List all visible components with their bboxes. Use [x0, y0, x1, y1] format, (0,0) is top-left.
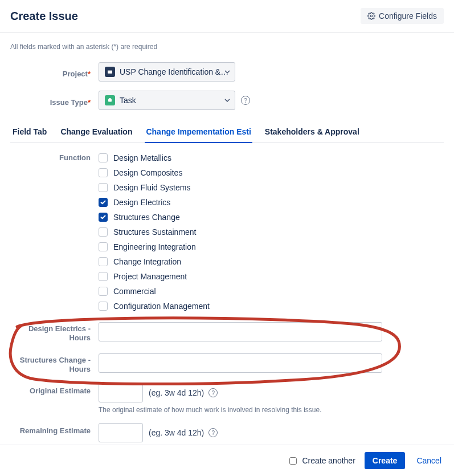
project-icon [105, 67, 115, 77]
checkbox-row: Commercial [99, 286, 444, 297]
function-checkbox-label: Structures Change [113, 213, 180, 222]
create-issue-dialog: Create Issue Configure Fields All fields… [0, 0, 454, 476]
svg-rect-4 [109, 98, 111, 99]
field-row-remaining-estimate: Remaining Estimate (eg. 3w 4d 12h) ? An … [10, 423, 444, 445]
project-value: USP Change Identification & ... [120, 67, 229, 76]
field-row-issue-type: Issue Type* Task ? [10, 91, 444, 110]
tab-stakeholders-approval[interactable]: Stakeholders & Approval [264, 123, 361, 143]
tab-field-tab[interactable]: Field Tab [11, 123, 48, 143]
function-options: Design MetallicsDesign CompositesDesign … [99, 152, 444, 312]
function-checkbox[interactable] [99, 183, 108, 192]
help-icon[interactable]: ? [241, 96, 250, 105]
function-checkbox[interactable] [99, 213, 108, 222]
function-checkbox-label: Change Integration [113, 257, 181, 266]
field-row-original-estimate: Original Estimate (eg. 3w 4d 12h) ? The … [10, 383, 444, 414]
function-checkbox-label: Design Electrics [113, 198, 170, 207]
function-checkbox-label: Project Management [113, 272, 187, 281]
project-select[interactable]: USP Change Identification & ... [99, 62, 235, 82]
required-asterisk: * [88, 98, 91, 107]
checkbox-row: Configuration Management [99, 300, 444, 312]
gear-icon [367, 12, 375, 20]
help-icon[interactable]: ? [208, 428, 218, 437]
dialog-footer: Create another Create Cancel [0, 445, 454, 476]
function-checkbox[interactable] [99, 272, 108, 281]
original-estimate-hint: (eg. 3w 4d 12h) ? [149, 388, 218, 397]
structures-change-hours-label: Structures Change - Hours [10, 352, 99, 375]
svg-point-0 [370, 15, 373, 17]
svg-rect-3 [108, 99, 112, 102]
create-another-checkbox[interactable] [289, 457, 297, 465]
issue-type-label: Issue Type* [10, 95, 99, 107]
function-checkbox-label: Design Fluid Systems [113, 183, 190, 192]
design-electrics-hours-input[interactable] [99, 322, 382, 341]
checkbox-row: Structures Sustainment [99, 226, 444, 238]
function-checkbox[interactable] [99, 302, 108, 311]
dialog-title: Create Issue [10, 10, 78, 23]
function-label: Function [10, 152, 99, 162]
configure-fields-label: Configure Fields [379, 11, 437, 21]
function-checkbox[interactable] [99, 168, 108, 177]
field-row-structures-change-hours: Structures Change - Hours [10, 352, 444, 375]
checkbox-row: Structures Change [99, 211, 444, 223]
task-icon [105, 95, 115, 105]
dialog-header: Create Issue Configure Fields [0, 0, 454, 32]
checkbox-row: Design Fluid Systems [99, 182, 444, 193]
svg-rect-2 [108, 70, 112, 71]
checkbox-row: Design Metallics [99, 152, 444, 164]
checkbox-row: Engineering Integration [99, 241, 444, 253]
function-checkbox-label: Configuration Management [113, 302, 210, 311]
structures-change-hours-input[interactable] [99, 353, 382, 373]
function-checkbox[interactable] [99, 198, 108, 207]
function-checkbox-label: Engineering Integration [113, 242, 196, 251]
original-estimate-desc: The original estimate of how much work i… [99, 406, 444, 414]
function-checkbox[interactable] [99, 242, 108, 251]
project-label: Project* [10, 66, 99, 78]
cancel-button[interactable]: Cancel [414, 453, 444, 469]
original-estimate-label: Original Estimate [10, 383, 99, 395]
issue-type-select[interactable]: Task [99, 91, 235, 110]
tab-change-evaluation[interactable]: Change Evaluation [59, 123, 133, 143]
create-button[interactable]: Create [365, 452, 406, 469]
checkbox-row: Project Management [99, 271, 444, 282]
function-checkbox-label: Structures Sustainment [113, 227, 197, 237]
function-checkbox[interactable] [99, 153, 108, 162]
configure-fields-button[interactable]: Configure Fields [361, 8, 444, 24]
field-row-function: Function Design MetallicsDesign Composit… [10, 152, 444, 312]
remaining-estimate-label: Remaining Estimate [10, 423, 99, 435]
original-estimate-input[interactable] [99, 383, 143, 402]
checkbox-row: Change Integration [99, 256, 444, 267]
create-another-option[interactable]: Create another [287, 455, 355, 466]
checkbox-row: Design Electrics [99, 197, 444, 208]
required-fields-note: All fields marked with an asterisk (*) a… [10, 43, 444, 51]
function-checkbox-label: Commercial [113, 287, 156, 296]
function-checkbox[interactable] [99, 287, 108, 296]
help-icon[interactable]: ? [208, 388, 218, 397]
function-checkbox-label: Design Composites [113, 168, 182, 177]
remaining-estimate-hint: (eg. 3w 4d 12h) ? [149, 428, 218, 437]
create-another-label: Create another [302, 456, 355, 465]
field-row-design-electrics-hours: Design Electrics - Hours [10, 321, 444, 343]
function-checkbox-label: Design Metallics [113, 153, 171, 162]
dialog-body[interactable]: All fields marked with an asterisk (*) a… [0, 32, 454, 445]
design-electrics-hours-label: Design Electrics - Hours [10, 321, 99, 343]
function-checkbox[interactable] [99, 227, 108, 237]
chevron-down-icon [224, 96, 230, 105]
function-checkbox[interactable] [99, 257, 108, 266]
chevron-down-icon [224, 67, 230, 76]
issue-type-value: Task [120, 96, 136, 105]
checkbox-row: Design Composites [99, 167, 444, 178]
field-row-project: Project* USP Change Identification & ... [10, 62, 444, 82]
required-asterisk: * [88, 70, 91, 78]
remaining-estimate-input[interactable] [99, 423, 143, 442]
dynamic-hours-region: Design Electrics - Hours Structures Chan… [10, 321, 444, 374]
tab-change-implementation-esti[interactable]: Change Impementation Esti [145, 123, 252, 143]
tab-bar: Field Tab Change Evaluation Change Impem… [10, 123, 444, 143]
